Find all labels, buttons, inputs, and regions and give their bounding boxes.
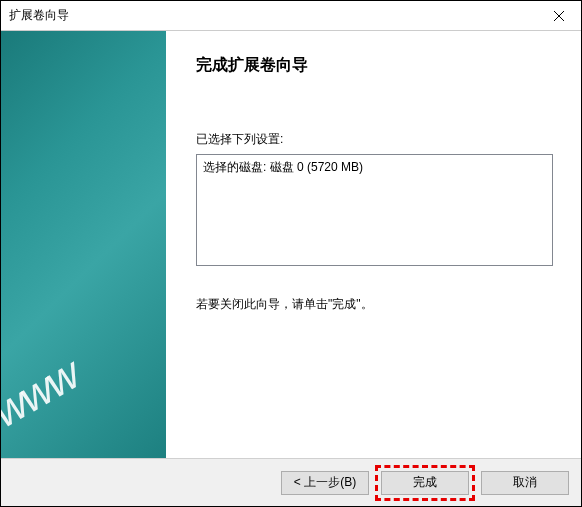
- finish-button[interactable]: 完成: [381, 471, 469, 495]
- settings-listbox[interactable]: 选择的磁盘: 磁盘 0 (5720 MB): [196, 154, 553, 266]
- wizard-body: www 完成扩展卷向导 已选择下列设置: 选择的磁盘: 磁盘 0 (5720 M…: [1, 31, 581, 458]
- close-button[interactable]: [536, 1, 581, 30]
- wizard-window: 扩展卷向导 www 完成扩展卷向导 已选择下列设置: 选择的磁盘: 磁盘 0 (…: [0, 0, 582, 507]
- settings-label: 已选择下列设置:: [196, 131, 553, 148]
- cancel-button[interactable]: 取消: [481, 471, 569, 495]
- window-title: 扩展卷向导: [9, 7, 69, 24]
- titlebar: 扩展卷向导: [1, 1, 581, 31]
- page-title: 完成扩展卷向导: [196, 55, 553, 76]
- wizard-content: 完成扩展卷向导 已选择下列设置: 选择的磁盘: 磁盘 0 (5720 MB) 若…: [166, 31, 581, 458]
- wizard-sidebar-graphic: www: [1, 31, 166, 458]
- highlight-marker: 完成: [375, 465, 475, 501]
- back-button[interactable]: < 上一步(B): [281, 471, 369, 495]
- instruction-text: 若要关闭此向导，请单击"完成"。: [196, 296, 553, 313]
- close-icon: [554, 11, 564, 21]
- list-item: 选择的磁盘: 磁盘 0 (5720 MB): [203, 159, 546, 176]
- wizard-footer: < 上一步(B) 完成 取消: [1, 458, 581, 506]
- watermark-text: www: [1, 349, 87, 437]
